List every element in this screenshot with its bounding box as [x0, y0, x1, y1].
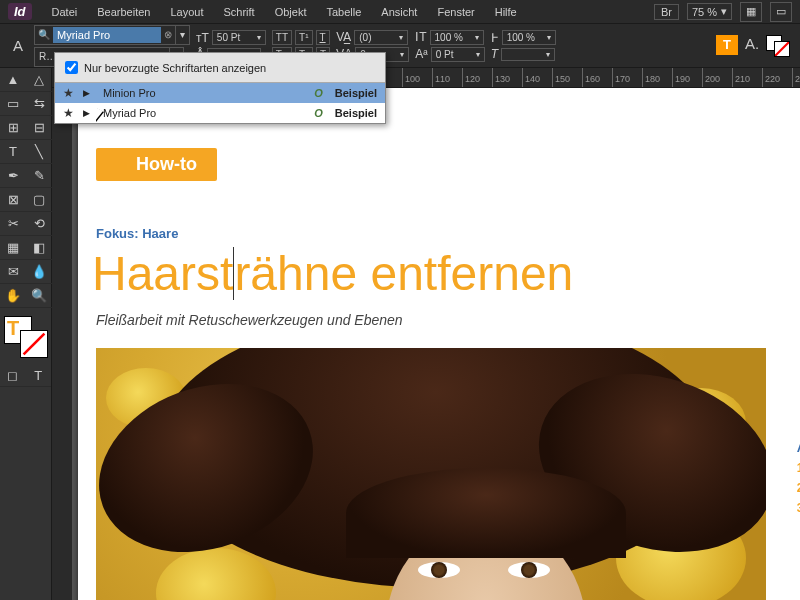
line-tool[interactable]: ╲: [26, 140, 52, 164]
small-fill-stroke[interactable]: [766, 35, 792, 57]
menu-datei[interactable]: Datei: [42, 6, 88, 18]
hand-tool[interactable]: ✋: [0, 284, 26, 308]
menu-ansicht[interactable]: Ansicht: [371, 6, 427, 18]
page-tool[interactable]: ▭: [0, 92, 26, 116]
menu-objekt[interactable]: Objekt: [265, 6, 317, 18]
baseline-field[interactable]: 0 Pt: [431, 47, 485, 62]
ruler-tick: 200: [702, 68, 732, 88]
fill-stroke-proxy[interactable]: T: [0, 314, 52, 362]
selection-tool[interactable]: ▲: [0, 68, 26, 92]
char-panel-icon[interactable]: A: [8, 37, 28, 54]
font-sample: Beispiel: [335, 107, 377, 119]
opentype-icon: O: [314, 107, 323, 119]
subline-text: Fleißarbeit mit Retuschewerkzeugen und E…: [96, 312, 403, 328]
favorites-only-checkbox[interactable]: [65, 61, 78, 74]
hscale-field[interactable]: 100 %: [502, 30, 556, 45]
allcaps-button[interactable]: TT: [272, 30, 292, 45]
ruler-tick: 230: [792, 68, 800, 88]
skew-field[interactable]: [501, 48, 555, 61]
superscript-button[interactable]: T¹: [295, 30, 312, 45]
side-au: Au: [797, 440, 800, 455]
favorites-only-row[interactable]: Nur bevorzugte Schriftarten anzeigen: [55, 53, 385, 82]
svg-line-0: [775, 42, 789, 56]
font-sample: Beispiel: [335, 87, 377, 99]
ruler-tick: 220: [762, 68, 792, 88]
app-badge: Id: [8, 3, 32, 20]
vscale-icon: ⅠT: [415, 30, 426, 44]
char-fill-icon[interactable]: T: [716, 35, 738, 55]
para-panel-icon[interactable]: A.: [742, 35, 762, 57]
content-placer-tool[interactable]: ⊟: [26, 116, 52, 140]
kerning-field[interactable]: (0): [354, 30, 408, 45]
kerning-icon: VA̲: [336, 30, 351, 44]
expand-icon[interactable]: ▶: [83, 88, 95, 98]
opentype-icon: O: [314, 87, 323, 99]
menu-fenster[interactable]: Fenster: [427, 6, 484, 18]
ruler-tick: 170: [612, 68, 642, 88]
page: How-to Fokus: Haare Haarsträhne entferne…: [78, 88, 800, 600]
ruler-tick: 130: [492, 68, 522, 88]
font-name: Myriad Pro: [103, 107, 306, 119]
ruler-tick: 180: [642, 68, 672, 88]
chevron-down-icon: ▾: [721, 5, 727, 18]
star-icon[interactable]: ★: [63, 106, 75, 120]
scissors-tool[interactable]: ✂: [0, 212, 26, 236]
gradient-feather-tool[interactable]: ◧: [26, 236, 52, 260]
free-transform-tool[interactable]: ⟲: [26, 212, 52, 236]
font-name: Minion Pro: [103, 87, 306, 99]
ruler-tick: 110: [432, 68, 462, 88]
type-tool[interactable]: T: [0, 140, 26, 164]
font-dropdown-arrow[interactable]: ▾: [175, 26, 189, 44]
note-tool[interactable]: ✉: [0, 260, 26, 284]
tools-panel: ▲ △ ▭ ⇆ ⊞ ⊟ T ╲ ✒ ✎ ⊠ ▢ ✂ ⟲ ▦ ◧ ✉ 💧 ✋ 🔍 …: [0, 68, 52, 600]
clear-icon[interactable]: ⊗: [161, 29, 175, 40]
skew-icon: T: [491, 47, 498, 61]
content-collector-tool[interactable]: ⊞: [0, 116, 26, 140]
ruler-tick: 160: [582, 68, 612, 88]
menubar: Id Datei Bearbeiten Layout Schrift Objek…: [0, 0, 800, 24]
vscale-field[interactable]: 100 %: [430, 30, 484, 45]
view-options-icon[interactable]: ▦: [740, 2, 762, 22]
headline-text[interactable]: Haarsträhne entfernen: [92, 246, 573, 301]
menu-hilfe[interactable]: Hilfe: [485, 6, 527, 18]
font-item-myriad[interactable]: ★ ▶ Myriad Pro O Beispiel: [55, 103, 385, 123]
ruler-tick: 140: [522, 68, 552, 88]
rectangle-tool[interactable]: ▢: [26, 188, 52, 212]
rectangle-frame-tool[interactable]: ⊠: [0, 188, 26, 212]
expand-icon[interactable]: ▶: [83, 108, 95, 118]
search-icon: 🔍: [35, 29, 53, 40]
document-area: How-to Fokus: Haare Haarsträhne entferne…: [72, 88, 800, 600]
ruler-tick: 100: [402, 68, 432, 88]
ruler-tick: 120: [462, 68, 492, 88]
menu-layout[interactable]: Layout: [160, 6, 213, 18]
format-container-icon[interactable]: ◻: [0, 365, 26, 387]
gradient-swatch-tool[interactable]: ▦: [0, 236, 26, 260]
menu-tabelle[interactable]: Tabelle: [316, 6, 371, 18]
ruler-tick: 210: [732, 68, 762, 88]
gap-tool[interactable]: ⇆: [26, 92, 52, 116]
photo-frame: [96, 348, 766, 600]
pencil-tool[interactable]: ✎: [26, 164, 52, 188]
favorites-only-label: Nur bevorzugte Schriftarten anzeigen: [84, 62, 266, 74]
underline-button[interactable]: T: [316, 30, 330, 45]
star-icon[interactable]: ★: [63, 86, 75, 100]
font-family-field[interactable]: 🔍 ⊗ ▾: [34, 25, 190, 45]
zoom-tool[interactable]: 🔍: [26, 284, 52, 308]
zoom-value: 75 %: [692, 6, 717, 18]
bridge-button[interactable]: Br: [654, 4, 679, 20]
font-family-input[interactable]: [53, 27, 161, 43]
font-item-minion[interactable]: ★ ▶ Minion Pro O Beispiel: [55, 83, 385, 103]
format-text-icon[interactable]: T: [26, 365, 52, 387]
font-size-field[interactable]: 50 Pt: [212, 30, 266, 45]
pen-tool[interactable]: ✒: [0, 164, 26, 188]
menu-schrift[interactable]: Schrift: [214, 6, 265, 18]
fokus-label: Fokus: Haare: [96, 226, 178, 241]
screen-mode-icon[interactable]: ▭: [770, 2, 792, 22]
howto-badge: How-to: [96, 148, 217, 181]
eyedropper-tool[interactable]: 💧: [26, 260, 52, 284]
zoom-dropdown[interactable]: 75 % ▾: [687, 3, 732, 20]
baseline-icon: Aª: [415, 47, 427, 61]
direct-selection-tool[interactable]: △: [26, 68, 52, 92]
side-num-2: 2.: [797, 481, 800, 495]
menu-bearbeiten[interactable]: Bearbeiten: [87, 6, 160, 18]
